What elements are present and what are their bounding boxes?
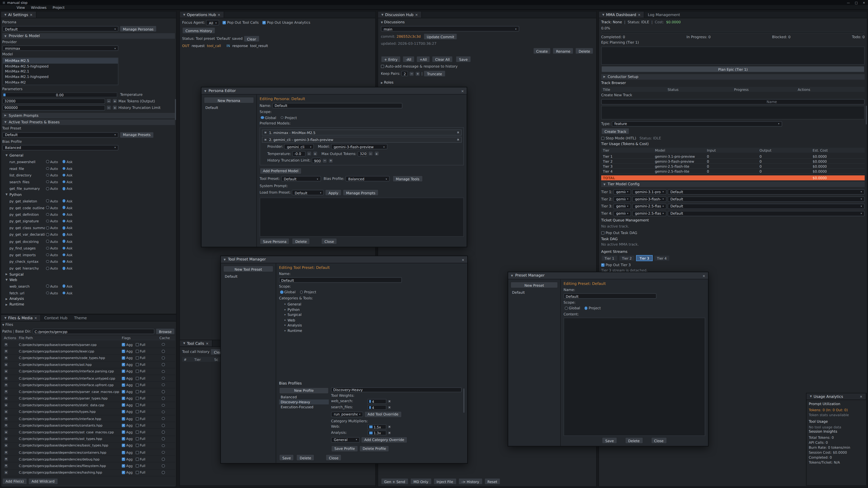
agg-checkbox[interactable]: ✓ [122,457,125,461]
bias-profile-item[interactable]: Execution-Focused [279,404,329,410]
cache-radio[interactable] [162,383,164,386]
close-icon[interactable]: ✕ [863,1,865,4]
tier-preset-dropdown[interactable]: Default▾ [668,196,865,201]
close-icon[interactable]: ✕ [415,13,418,17]
preset-manager-titlebar[interactable]: ▼ Preset Manager ✕ [508,272,708,280]
close-icon[interactable]: ✕ [206,341,209,345]
agg-checkbox[interactable]: ✓ [122,403,125,407]
auto-radio[interactable] [46,206,49,209]
slider-thumb[interactable] [3,94,6,96]
close-icon[interactable]: ✕ [703,273,705,278]
update-commit-button[interactable]: Update Commit [423,33,458,40]
agg-checkbox[interactable]: ✓ [122,377,125,380]
track-type-dropdown[interactable]: feature▾ [612,121,782,126]
full-checkbox[interactable]: ✓ [135,370,139,373]
agg-checkbox[interactable]: ✓ [122,464,125,468]
cache-radio[interactable] [162,410,164,413]
auto-radio[interactable] [46,247,49,250]
menu-item[interactable]: Project [53,5,65,9]
persona-editor-titlebar[interactable]: ▼ Persona Editor ✕ [202,88,467,95]
max-tokens-input[interactable]: 32000 [2,98,105,104]
ask-radio[interactable] [62,180,65,183]
tab-mma-dashboard[interactable]: ▼ MMA Dashboard ✕ [599,11,645,18]
persona-tool-preset-dropdown[interactable]: Default▾ [281,176,321,182]
full-checkbox[interactable]: ✓ [135,383,139,387]
auto-radio[interactable] [46,160,49,163]
conductor-setup-section-header[interactable]: ▶ Conductor Setup [601,74,865,79]
base-dir-input[interactable]: C:/projects/gencpp [32,329,154,334]
model-option[interactable]: MiniMax-M2.5-highspeed [3,64,118,69]
agg-checkbox[interactable]: ✓ [122,424,125,427]
remove-file-button[interactable]: ✕ [4,437,8,441]
agg-checkbox[interactable]: ✓ [122,390,125,393]
active-presets-section-header[interactable]: ▼ Active Tool Presets & Biases [2,120,175,125]
delete-discussion-button[interactable]: Delete [575,48,593,54]
remove-file-button[interactable]: ✕ [4,430,8,434]
close-icon[interactable]: ✕ [461,89,464,93]
manage-presets-button[interactable]: Manage Presets [120,132,154,138]
tool-row[interactable]: py_get_skeleton Auto Ask [2,197,175,204]
agg-checkbox[interactable]: ✓ [122,363,125,366]
step-mode-checkbox[interactable]: ✓ [601,136,604,140]
agg-checkbox[interactable]: ✓ [122,343,125,346]
full-checkbox[interactable]: ✓ [135,457,139,461]
full-checkbox[interactable]: ✓ [135,464,139,468]
tool-row[interactable]: read_file Auto Ask [2,165,175,172]
tool-preset-list-item[interactable]: Default [223,274,274,279]
persona-list-item[interactable]: Default [204,105,254,110]
tool-row[interactable]: py_get_docstring Auto Ask [2,238,175,245]
temperature-slider[interactable]: 0.00 [2,92,117,97]
ask-radio[interactable] [62,167,65,170]
ask-radio[interactable] [62,220,65,223]
tool-preset-name-input[interactable]: Default [279,277,402,283]
tool-row[interactable]: web_search Auto Ask [2,283,175,289]
popout-tier3-checkbox[interactable]: ✓ [601,263,604,266]
preset-content-textarea[interactable] [563,318,705,436]
cache-radio[interactable] [162,437,164,440]
tool-row[interactable]: list_directory Auto Ask [2,172,175,178]
cache-radio[interactable] [162,464,164,467]
tier-model-dropdown[interactable]: gemini-3-flash-preview▾ [632,196,666,201]
agg-checkbox[interactable]: ✓ [122,350,125,353]
auto-add-checkbox[interactable]: ✓ [381,65,384,68]
cache-radio[interactable] [162,390,164,393]
close-icon[interactable]: ✕ [462,258,464,261]
auto-radio[interactable] [46,213,49,216]
full-checkbox[interactable]: ✓ [135,350,139,353]
discussion-select[interactable]: main▾ [381,26,519,31]
minus-all-button[interactable]: -All [403,56,415,62]
bias-profile-item[interactable]: Discovery-Heavy [279,400,329,404]
multiplier-slider[interactable]: 1.5x [368,424,386,429]
agg-checkbox[interactable]: ✓ [122,410,125,414]
manage-personas-button[interactable]: Manage Personas [120,26,157,32]
tool-row[interactable]: py_get_signature Auto Ask [2,218,175,225]
auto-radio[interactable] [46,260,49,263]
tier-model-config-section-header[interactable]: ▼ Tier Model Config [601,182,865,187]
full-checkbox[interactable]: ✓ [135,417,139,420]
tool-row[interactable]: py_find_usages Auto Ask [2,245,175,252]
create-discussion-button[interactable]: Create [533,48,551,54]
menu-item[interactable]: Windows [31,5,46,9]
tab-usage-analytics[interactable]: ▼ Usage Analytics ✕ [807,393,866,399]
maximize-icon[interactable]: □ [855,1,858,4]
auto-radio[interactable] [46,233,49,236]
auto-radio[interactable] [46,285,49,288]
close-icon[interactable]: ✕ [218,13,220,17]
remove-file-button[interactable]: ✕ [4,416,8,421]
remove-file-button[interactable]: ✕ [4,403,8,408]
auto-radio[interactable] [46,199,49,202]
agg-checkbox[interactable]: ✓ [122,437,125,441]
bias-profile-dropdown[interactable]: Balanced▾ [2,145,119,151]
new-preset-button[interactable]: New Preset [510,282,558,288]
cache-radio[interactable] [162,343,164,346]
cache-radio[interactable] [162,357,164,359]
agg-checkbox[interactable]: ✓ [122,451,125,454]
apply-button[interactable]: Apply [325,189,342,196]
full-checkbox[interactable]: ✓ [135,424,139,427]
delete-persona-button[interactable]: Delete [292,238,310,245]
category-override-dropdown[interactable]: General▾ [331,437,360,442]
tab-context-hub[interactable]: Context Hub [41,315,71,321]
tier-preset-dropdown[interactable]: Default▾ [668,203,865,209]
popout-tool-calls-checkbox[interactable]: ✓ [223,21,226,24]
scope-global-radio[interactable] [565,306,567,310]
